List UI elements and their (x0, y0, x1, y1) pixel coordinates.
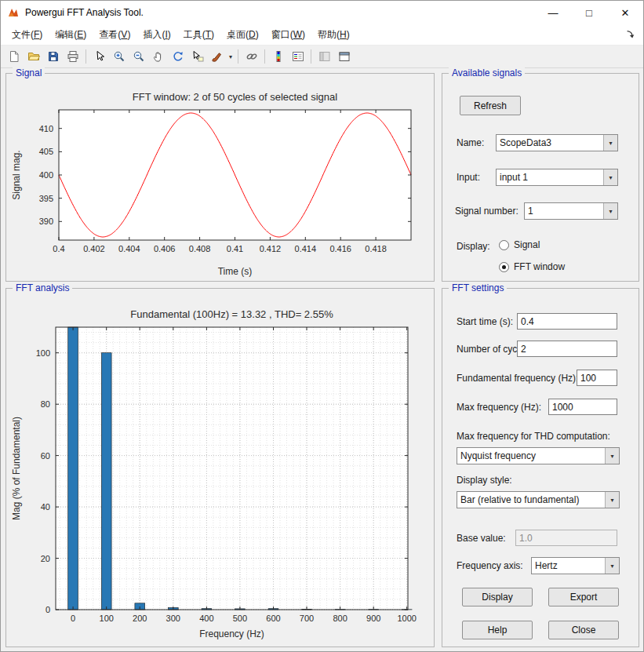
matlab-figure-icon (7, 6, 20, 19)
svg-text:80: 80 (41, 399, 50, 409)
name-combobox-value: ScopeData3 (497, 137, 603, 148)
svg-text:0.418: 0.418 (365, 244, 387, 253)
display-signal-radio-label: Signal (514, 239, 540, 250)
help-button[interactable]: Help (462, 621, 533, 639)
svg-text:0.41: 0.41 (227, 244, 243, 253)
chevron-down-icon: ▾ (603, 203, 617, 219)
fft-plot: 0100200300400500600700800900100002040608… (7, 298, 435, 646)
signal-plot: 0.40.4020.4040.4060.4080.410.4120.4140.4… (7, 83, 435, 283)
thd-max-frequency-combobox[interactable]: Nyquist frequency ▾ (457, 447, 620, 464)
print-icon[interactable] (63, 47, 82, 67)
name-combobox[interactable]: ScopeData3 ▾ (496, 134, 618, 151)
cycles-input[interactable] (517, 341, 617, 357)
svg-text:0.416: 0.416 (329, 244, 351, 253)
frequency-axis-combobox[interactable]: Hertz ▾ (531, 557, 620, 574)
display-style-combobox-value: Bar (relative to fundamental) (457, 494, 605, 505)
svg-text:Signal mag.: Signal mag. (11, 150, 22, 199)
chevron-down-icon: ▾ (603, 169, 617, 185)
thd-max-frequency-combobox-value: Nyquist frequency (457, 450, 605, 461)
menu-edit[interactable]: 编辑(E) (49, 25, 93, 45)
rotate-3d-icon[interactable] (168, 47, 187, 67)
fft-analysis-panel: FFT analysis 010020030040050060070080090… (5, 288, 435, 647)
start-time-input[interactable] (517, 313, 617, 330)
svg-text:900: 900 (366, 614, 380, 623)
svg-text:Time (s): Time (s) (218, 266, 253, 277)
menu-help[interactable]: 帮助(H) (311, 25, 356, 45)
svg-text:400: 400 (199, 614, 213, 623)
radio-unchecked-icon (499, 240, 509, 250)
max-frequency-input[interactable] (548, 399, 617, 415)
fundamental-frequency-input[interactable] (577, 370, 617, 386)
toolbar: ▾ (1, 46, 643, 68)
input-combobox[interactable]: input 1 ▾ (496, 169, 618, 186)
svg-text:0.404: 0.404 (118, 244, 140, 253)
svg-text:FFT window: 2 of 50 cycles of: FFT window: 2 of 50 cycles of selected s… (133, 91, 337, 103)
menu-insert[interactable]: 插入(I) (136, 25, 176, 45)
pan-icon[interactable] (148, 47, 168, 67)
plot-tools-icon[interactable] (315, 47, 334, 67)
save-icon[interactable] (43, 47, 63, 67)
signal-panel: Signal 0.40.4020.4040.4060.4080.410.4120… (5, 73, 435, 282)
dock-figure-icon[interactable] (334, 47, 354, 67)
frequency-axis-label: Frequency axis: (457, 560, 523, 571)
display-style-combobox[interactable]: Bar (relative to fundamental) ▾ (457, 491, 620, 508)
export-button[interactable]: Export (548, 588, 619, 606)
link-plots-icon[interactable] (242, 47, 261, 67)
svg-text:395: 395 (39, 194, 53, 203)
fft-settings-panel-label: FFT settings (449, 282, 507, 293)
svg-text:0.412: 0.412 (260, 244, 282, 253)
signal-number-combobox-value: 1 (525, 206, 603, 217)
svg-text:600: 600 (266, 614, 280, 623)
chevron-down-icon: ▾ (605, 448, 619, 464)
zoom-out-icon[interactable] (129, 47, 148, 67)
svg-text:Mag (% of Fundamental): Mag (% of Fundamental) (11, 417, 22, 520)
menu-desktop[interactable]: 桌面(D) (220, 25, 265, 45)
svg-text:0.402: 0.402 (83, 244, 105, 253)
base-value-label: Base value: (457, 533, 506, 544)
svg-text:100: 100 (36, 348, 50, 358)
brush-icon[interactable] (207, 47, 227, 67)
signal-number-combobox[interactable]: 1 ▾ (524, 202, 618, 220)
maximize-button[interactable]: □ (571, 1, 607, 24)
name-label: Name: (457, 137, 484, 148)
fundamental-frequency-label: Fundamental frequency (Hz): (457, 373, 578, 384)
window-title: Powergui FFT Analysis Tool. (25, 7, 144, 18)
new-document-icon[interactable] (4, 47, 24, 67)
input-combobox-value: input 1 (497, 172, 603, 183)
chevron-down-icon: ▾ (605, 492, 619, 508)
display-fft-radio[interactable]: FFT window (499, 261, 565, 272)
thd-max-frequency-label: Max frequency for THD computation: (457, 431, 610, 442)
max-frequency-label: Max frequency (Hz): (457, 402, 541, 413)
svg-text:0: 0 (71, 614, 75, 623)
brush-dropdown-caret[interactable]: ▾ (227, 48, 235, 66)
svg-text:410: 410 (39, 124, 53, 133)
open-folder-icon[interactable] (24, 47, 43, 67)
svg-text:0: 0 (45, 605, 50, 614)
close-dialog-button[interactable]: Close (548, 621, 619, 639)
signal-number-label: Signal number: (455, 206, 518, 217)
toolbar-separator (86, 49, 86, 64)
close-button[interactable]: ✕ (607, 1, 643, 24)
display-signal-radio[interactable]: Signal (499, 239, 540, 250)
menu-tools[interactable]: 工具(T) (177, 25, 220, 45)
menu-file[interactable]: 文件(F) (5, 25, 49, 45)
svg-text:0.4: 0.4 (53, 244, 64, 253)
svg-text:Frequency (Hz): Frequency (Hz) (199, 628, 264, 639)
insert-legend-icon[interactable] (288, 47, 307, 67)
dock-arrow-icon[interactable] (623, 27, 639, 42)
data-cursor-icon[interactable] (187, 47, 207, 67)
titlebar: Powergui FFT Analysis Tool. — □ ✕ (1, 1, 643, 24)
available-signals-panel-label: Available signals (449, 67, 525, 78)
insert-colorbar-icon[interactable] (268, 47, 288, 67)
frequency-axis-combobox-value: Hertz (532, 560, 605, 571)
zoom-in-icon[interactable] (109, 47, 129, 67)
chevron-down-icon: ▾ (603, 135, 617, 151)
refresh-button[interactable]: Refresh (460, 96, 521, 115)
display-button[interactable]: Display (462, 588, 533, 606)
pointer-icon[interactable] (89, 47, 109, 67)
minimize-button[interactable]: — (535, 1, 571, 24)
svg-text:400: 400 (39, 170, 53, 180)
base-value-input (515, 530, 617, 546)
menu-view[interactable]: 查看(V) (93, 25, 136, 45)
menu-window[interactable]: 窗口(W) (265, 25, 311, 45)
